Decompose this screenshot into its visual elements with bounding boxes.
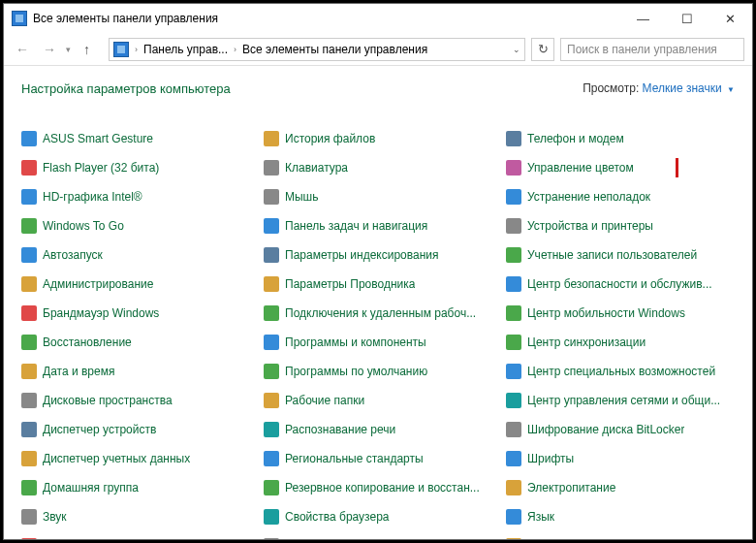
item-label: Телефон и модем	[527, 132, 624, 145]
maximize-button[interactable]: ☐	[665, 4, 709, 33]
close-button[interactable]: ✕	[709, 4, 752, 33]
cp-item[interactable]: Звук	[21, 507, 250, 527]
chevron-right-icon[interactable]: ›	[133, 45, 140, 54]
chevron-right-icon[interactable]: ›	[232, 45, 238, 54]
cp-item[interactable]: Устройства и принтеры	[506, 216, 735, 236]
cp-item[interactable]: Диспетчер учетных данных	[21, 449, 250, 468]
cp-item[interactable]: Восстановление	[21, 333, 250, 352]
cp-item[interactable]: Электропитание	[506, 478, 735, 497]
search-input[interactable]: Поиск в панели управления	[560, 38, 744, 61]
breadcrumb-part[interactable]: Все элементы панели управления	[242, 43, 427, 56]
cp-item[interactable]: Рабочие папки	[264, 391, 492, 410]
cp-item[interactable]: Программы по умолчанию	[264, 362, 492, 381]
forward-button[interactable]: →	[39, 39, 60, 60]
cp-item[interactable]: Домашняя группа	[21, 478, 250, 497]
cp-item[interactable]: ASUS Smart Gesture	[21, 129, 250, 148]
cp-item[interactable]: Система	[264, 536, 492, 539]
titlebar: Все элементы панели управления — ☐ ✕	[4, 4, 752, 33]
breadcrumb-part[interactable]: Панель управ...	[143, 43, 228, 56]
item-icon	[21, 480, 37, 495]
view-value[interactable]: Мелкие значки	[643, 81, 722, 95]
item-icon	[264, 218, 279, 234]
breadcrumb[interactable]: › Панель управ... › Все элементы панели …	[109, 38, 525, 61]
cp-item[interactable]: Администрирование	[21, 274, 250, 294]
cp-item[interactable]: Яндекс.Диск	[506, 536, 735, 539]
cp-item[interactable]: История файлов	[264, 129, 492, 148]
cp-item[interactable]: Flash Player (32 бита)	[21, 158, 250, 177]
content-area: Настройка параметров компьютера Просмотр…	[4, 66, 752, 539]
item-label: Устранение неполадок	[527, 190, 650, 204]
breadcrumb-dropdown[interactable]: ⌄	[513, 45, 520, 54]
cp-item[interactable]: Дата и время	[21, 362, 250, 381]
chevron-down-icon[interactable]: ▼	[727, 85, 735, 94]
history-dropdown[interactable]: ▾	[66, 45, 78, 54]
window-title: Все элементы панели управления	[33, 12, 621, 25]
item-icon	[506, 305, 521, 321]
item-label: Шифрование диска BitLocker	[527, 423, 684, 436]
cp-item[interactable]: Центр специальных возможностей	[506, 362, 735, 381]
cp-item[interactable]: Учетные записи пользователей	[506, 245, 735, 265]
cp-item[interactable]: Windows To Go	[21, 216, 250, 236]
up-button[interactable]: ↑	[83, 42, 103, 57]
cp-item[interactable]: Диспетчер устройств	[21, 420, 250, 439]
item-icon	[264, 422, 279, 437]
item-icon	[21, 247, 37, 263]
item-label: Диспетчер устройств	[43, 423, 156, 436]
cp-item[interactable]: Устранение неполадок	[506, 187, 735, 207]
item-label: Автозапуск	[43, 248, 103, 262]
cp-item[interactable]: Центр синхронизации	[506, 333, 735, 352]
item-label: Электропитание	[527, 481, 615, 495]
minimize-button[interactable]: —	[621, 4, 665, 33]
item-label: Восстановление	[43, 335, 132, 349]
view-picker[interactable]: Просмотр: Мелкие значки ▼	[583, 81, 735, 95]
cp-item[interactable]: Подключения к удаленным рабоч...	[264, 303, 492, 323]
cp-item[interactable]: Дисковые пространства	[21, 391, 250, 410]
cp-item[interactable]: Региональные стандарты	[264, 449, 492, 468]
item-icon	[506, 422, 521, 437]
cp-item[interactable]: Автозапуск	[21, 245, 250, 265]
cp-item[interactable]: Резервное копирование и восстан...	[264, 478, 492, 497]
cp-item[interactable]: Шрифты	[506, 449, 735, 468]
item-label: Дата и время	[43, 365, 114, 378]
item-label: Центр управления сетями и общи...	[527, 394, 720, 407]
item-label: Шрифты	[527, 452, 574, 465]
cp-item[interactable]: Центр безопасности и обслужив...	[506, 274, 735, 294]
cp-item[interactable]: Инфракрасная связь	[21, 536, 250, 539]
item-icon	[506, 131, 521, 146]
cp-item[interactable]: Параметры индексирования	[264, 245, 492, 265]
item-icon	[506, 189, 521, 205]
cp-item[interactable]: Распознавание речи	[264, 420, 492, 439]
cp-item[interactable]: Шифрование диска BitLocker	[506, 420, 735, 439]
page-heading: Настройка параметров компьютера	[21, 81, 231, 96]
cp-item[interactable]: Клавиатура	[264, 158, 492, 177]
item-icon	[264, 451, 279, 466]
back-button[interactable]: ←	[12, 39, 33, 60]
item-icon	[21, 509, 37, 525]
cp-item[interactable]: Свойства браузера	[264, 507, 492, 527]
cp-item[interactable]: HD-графика Intel®	[21, 187, 250, 207]
item-icon	[264, 335, 279, 350]
cp-item[interactable]: Программы и компоненты	[264, 333, 492, 352]
refresh-button[interactable]: ↻	[531, 38, 554, 61]
cp-item[interactable]: Управление цветом	[506, 158, 735, 177]
item-icon	[21, 305, 37, 321]
window-controls: — ☐ ✕	[621, 4, 752, 33]
item-label: Центр безопасности и обслужив...	[527, 277, 712, 291]
item-label: Дисковые пространства	[43, 394, 173, 407]
cp-item[interactable]: Параметры Проводника	[264, 274, 492, 294]
cp-item[interactable]: Телефон и модем	[506, 129, 735, 148]
item-label: Диспетчер учетных данных	[43, 452, 190, 465]
item-label: ASUS Smart Gesture	[43, 132, 153, 145]
cp-item[interactable]: Центр мобильности Windows	[506, 303, 735, 323]
cp-item[interactable]: Брандмауэр Windows	[21, 303, 250, 323]
item-icon	[21, 189, 37, 205]
item-icon	[506, 509, 521, 525]
item-icon	[506, 276, 521, 292]
cp-item[interactable]: Панель задач и навигация	[264, 216, 492, 236]
cp-item[interactable]: Центр управления сетями и общи...	[506, 391, 735, 410]
cp-item[interactable]: Язык	[506, 507, 735, 527]
item-icon	[264, 160, 279, 176]
item-label: Программы по умолчанию	[285, 365, 427, 378]
item-label: Учетные записи пользователей	[527, 248, 697, 262]
cp-item[interactable]: Мышь	[264, 187, 492, 207]
